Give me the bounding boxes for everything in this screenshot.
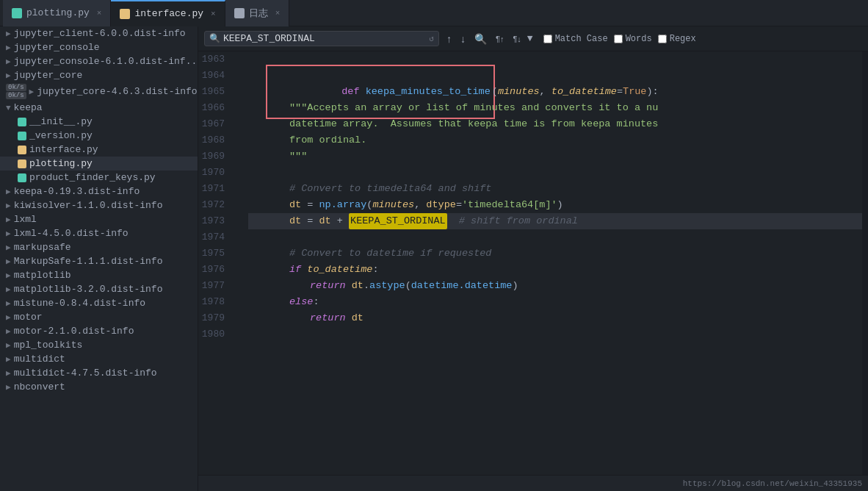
sidebar-item-jupyter-console-dist[interactable]: ▶ jupyter_console-6.1.0.dist-inf... [0,54,198,68]
line-num-1979: 1979 [198,310,234,326]
sidebar-item-motor[interactable]: ▶ motor [0,310,198,324]
tab-log-label: 日志 [249,7,268,20]
sidebar-label: lxml-4.5.0.dist-info [14,228,129,239]
code-line-1977: return dt.astype(datetime.datetime) [248,278,862,294]
line-num-1975: 1975 [198,246,234,262]
sidebar-item-keepa[interactable]: ▼ keepa [0,101,198,115]
words-checkbox[interactable] [614,35,623,43]
sidebar-item-jupyter-client[interactable]: ▶ jupyter_client-6.0.0.dist-info [0,26,198,40]
search-bar: 🔍 ↺ ↑ ↓ 🔍 ¶↑ ¶↓ ▼ Match Case Words [198,26,868,51]
punct: ) [557,197,563,213]
line-num-1970: 1970 [198,165,234,181]
status-bar: https://blog.csdn.net/weixin_43351935 [198,475,868,491]
sidebar-item-matplotlib-dist[interactable]: ▶ matplotlib-3.2.0.dist-info [0,282,198,296]
speed-badges: 0k/s 0k/s [6,84,26,99]
sidebar-item-jupyter-core-dist[interactable]: 0k/s 0k/s ▶ jupyter_core-4.6.3.dist-info [0,82,198,101]
sidebar-item-init[interactable]: __init__.py [0,115,198,129]
sidebar-label: _version.py [29,130,93,141]
sidebar-item-interface[interactable]: interface.py [0,143,198,157]
regex-option[interactable]: Regex [658,34,696,44]
punct: : [372,262,378,278]
search-up-button[interactable]: ↑ [444,32,455,46]
comment-1975: # Convert to datetime if requested [289,246,491,262]
folder-icon: ▶ [6,215,11,224]
line-num-1965: 1965 [198,84,234,100]
folder-icon: ▶ [6,284,11,294]
search-option1-button[interactable]: ¶↑ [493,33,507,45]
op: = [456,197,462,213]
kw-def: def [341,86,365,97]
sidebar-item-motor-dist[interactable]: ▶ motor-2.1.0.dist-info [0,324,198,338]
string-dtype: 'timedelta64[m]' [462,197,557,213]
folder-icon: ▶ [6,201,11,210]
tab-icon-log [234,8,245,18]
search-input-container[interactable]: 🔍 ↺ [204,31,439,46]
code-line-1979: return dt [248,310,862,326]
sidebar-item-mpl[interactable]: ▶ mpl_toolkits [0,338,198,352]
code-line-1970 [248,165,862,181]
sidebar-item-markupsafe[interactable]: ▶ markupsafe [0,240,198,254]
sidebar-item-mistune[interactable]: ▶ mistune-0.8.4.dist-info [0,296,198,310]
folder-icon: ▶ [6,354,11,364]
tab-interface-close[interactable]: × [211,10,216,18]
sidebar-item-product-finder[interactable]: product_finder_keys.py [0,171,198,184]
match-case-option[interactable]: Match Case [543,34,608,44]
punct: , [414,197,426,213]
sidebar-label: interface.py [29,144,98,155]
search-find-button[interactable]: 🔍 [471,32,490,46]
code-editor[interactable]: 1963 1964 1965 1966 1967 1968 1969 1970 … [198,51,868,475]
search-clear-icon[interactable]: ↺ [429,34,434,43]
punct: ( [405,278,411,294]
sidebar-item-multidict-dist[interactable]: ▶ multidict-4.7.5.dist-info [0,366,198,380]
punct: , [540,84,551,100]
sidebar-label: matplotlib-3.2.0.dist-info [14,284,163,295]
punct: ): [646,84,658,100]
punct: ( [492,84,498,100]
sidebar-item-version[interactable]: _version.py [0,129,198,143]
sidebar-item-jupyter-core[interactable]: ▶ jupyter_core [0,68,198,82]
code-line-1968: from ordinal. [248,132,862,148]
file-icon-py [18,173,26,182]
sidebar-item-lxml[interactable]: ▶ lxml [0,212,198,226]
sidebar-item-nbconvert[interactable]: ▶ nbconvert [0,380,198,394]
tab-plotting-close[interactable]: × [97,9,102,18]
op: + [331,213,349,229]
line-num-1980: 1980 [198,326,234,343]
filter-icon: ▼ [527,33,533,44]
sidebar-item-jupyter-console[interactable]: ▶ jupyter_console [0,40,198,54]
search-icon: 🔍 [209,33,220,44]
sidebar-item-matplotlib[interactable]: ▶ matplotlib [0,268,198,282]
sidebar-item-keepa-dist[interactable]: ▶ keepa-0.19.3.dist-info [0,184,198,198]
match-case-checkbox[interactable] [543,35,552,43]
code-line-1967: datetime array. Assumes that keepa time … [248,116,862,132]
sidebar-item-markupsafe-dist[interactable]: ▶ MarkupSafe-1.1.1.dist-info [0,254,198,268]
regex-checkbox[interactable] [658,35,667,43]
folder-icon: ▶ [6,71,11,80]
editor-area: 🔍 ↺ ↑ ↓ 🔍 ¶↑ ¶↓ ▼ Match Case Words [198,26,868,491]
sidebar-label: nbconvert [14,381,65,393]
tab-log[interactable]: 日志 × [225,0,290,26]
code-line-1976: if to_datetime: [248,262,862,278]
tab-interface[interactable]: interface.py × [111,0,225,26]
param-to-datetime: to_datetime [551,84,617,100]
fn-name-keepa: keepa_minutes_to_time [366,86,491,97]
code-line-1980 [248,326,862,343]
search-down-button[interactable]: ↓ [457,32,469,46]
tab-bar: plotting.py × interface.py × 日志 × [0,0,868,26]
kw-return-1: return [310,278,352,294]
sidebar-item-kiwi[interactable]: ▶ kiwisolver-1.1.0.dist-info [0,198,198,212]
var-dt-3: dt [319,213,331,229]
sidebar-label: MarkupSafe-1.1.1.dist-info [14,256,163,267]
sidebar-item-lxml-dist[interactable]: ▶ lxml-4.5.0.dist-info [0,226,198,240]
code-line-1978: else: [248,294,862,310]
folder-icon: ▶ [6,243,11,252]
op: = [617,84,623,100]
sidebar-item-multidict[interactable]: ▶ multidict [0,352,198,366]
tab-log-close[interactable]: × [275,9,281,18]
speed-badge-down: 0k/s [6,92,26,99]
words-option[interactable]: Words [614,34,652,44]
search-input[interactable] [223,33,426,44]
search-option2-button[interactable]: ¶↓ [510,33,524,45]
tab-plotting[interactable]: plotting.py × [3,0,111,26]
sidebar-item-plotting[interactable]: plotting.py [0,157,198,171]
